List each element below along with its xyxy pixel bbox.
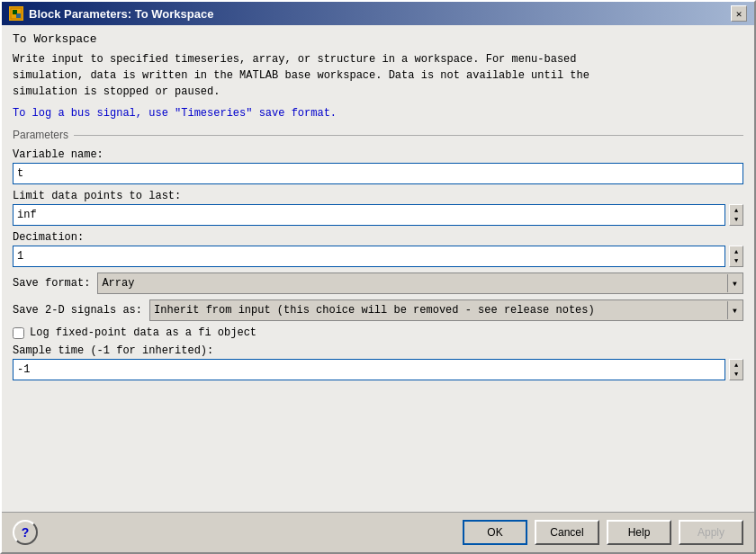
close-button[interactable]: ✕	[731, 5, 747, 22]
sample-time-input[interactable]	[13, 359, 725, 380]
parameters-label: Parameters	[13, 129, 74, 141]
title-bar: Block Parameters: To Workspace ✕	[2, 2, 754, 25]
decimation-row: ▲ ▼	[13, 246, 743, 267]
dialog-content: To Workspace Write input to specified ti…	[2, 25, 754, 512]
save-2d-group: Save 2-D signals as: Inherit from input …	[13, 299, 743, 321]
cancel-button[interactable]: Cancel	[535, 520, 599, 545]
save-format-select[interactable]: Array Structure Structure With Time Time…	[97, 273, 743, 294]
window-title: Block Parameters: To Workspace	[29, 7, 213, 21]
title-bar-left: Block Parameters: To Workspace	[9, 6, 213, 21]
help-circle-button[interactable]: ?	[13, 520, 38, 545]
limit-label: Limit data points to last:	[13, 190, 743, 202]
section-divider	[74, 135, 743, 136]
save-2d-label: Save 2-D signals as:	[13, 304, 142, 317]
svg-rect-2	[16, 13, 21, 18]
decimation-group: Decimation: ▲ ▼	[13, 231, 743, 267]
decimation-spinner[interactable]: ▲ ▼	[729, 246, 743, 267]
save-2d-select[interactable]: Inherit from input (this choice will be …	[149, 299, 743, 321]
limit-group: Limit data points to last: ▲ ▼	[13, 190, 743, 226]
save-2d-wrapper: Inherit from input (this choice will be …	[149, 299, 743, 321]
sample-time-row: ▲ ▼	[13, 359, 743, 380]
variable-name-group: Variable name:	[13, 148, 743, 184]
sample-time-spinner[interactable]: ▲ ▼	[729, 359, 743, 380]
bus-note: To log a bus signal, use "Timeseries" sa…	[13, 107, 743, 120]
variable-name-input[interactable]	[13, 163, 743, 184]
variable-name-row	[13, 163, 743, 184]
window-icon	[9, 6, 23, 21]
help-button[interactable]: Help	[607, 520, 671, 545]
sample-time-group: Sample time (-1 for inherited): ▲ ▼	[13, 344, 743, 380]
save-format-label: Save format:	[13, 277, 90, 290]
button-bar-right: OK Cancel Help Apply	[463, 520, 743, 545]
limit-spinner[interactable]: ▲ ▼	[729, 204, 743, 226]
button-bar-left: ?	[13, 520, 455, 545]
save-format-group: Save format: Array Structure Structure W…	[13, 273, 743, 294]
description-text: Write input to specified timeseries, arr…	[13, 51, 743, 100]
log-fixed-checkbox[interactable]	[13, 327, 24, 339]
ok-button[interactable]: OK	[463, 520, 527, 545]
dialog-window: Block Parameters: To Workspace ✕ To Work…	[0, 0, 756, 554]
block-name-label: To Workspace	[13, 32, 743, 46]
log-fixed-group: Log fixed-point data as a fi object	[13, 326, 743, 339]
variable-name-label: Variable name:	[13, 148, 743, 161]
decimation-input[interactable]	[13, 246, 725, 267]
parameters-section-header: Parameters	[13, 129, 743, 141]
apply-button[interactable]: Apply	[679, 520, 743, 545]
log-fixed-label: Log fixed-point data as a fi object	[30, 326, 256, 339]
decimation-label: Decimation:	[13, 231, 743, 244]
limit-row: ▲ ▼	[13, 204, 743, 226]
sample-time-label: Sample time (-1 for inherited):	[13, 344, 743, 357]
limit-input[interactable]	[13, 204, 725, 226]
help-icon: ?	[22, 525, 30, 540]
save-format-wrapper: Array Structure Structure With Time Time…	[97, 273, 743, 294]
button-bar: ? OK Cancel Help Apply	[2, 512, 754, 552]
